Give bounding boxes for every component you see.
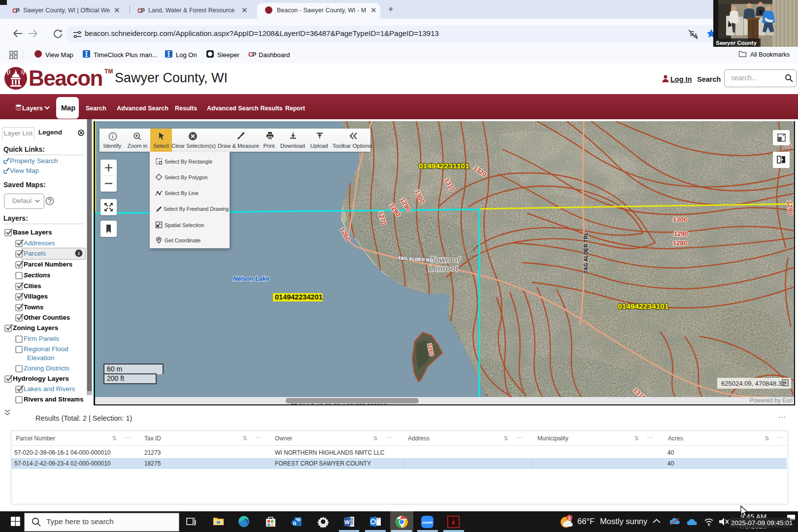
svg-text:W: W <box>344 519 350 525</box>
svg-text:1290: 1290 <box>674 230 688 237</box>
svg-text:λ: λ <box>452 518 455 526</box>
svg-text:014942234101: 014942234101 <box>618 302 669 310</box>
svg-text:1300: 1300 <box>673 216 687 223</box>
svg-text:625024.09, 470848.31: 625024.09, 470848.31 <box>721 380 785 387</box>
svg-text:o: o <box>293 520 296 527</box>
svg-text:Sawyer County: Sawyer County <box>716 40 757 46</box>
svg-text:P: P <box>141 7 145 14</box>
svg-text:P: P <box>16 7 20 14</box>
svg-text:Lenroot: Lenroot <box>429 265 458 273</box>
svg-text:TAG ALDER TRL: TAG ALDER TRL <box>583 232 589 273</box>
svg-text:014942231101: 014942231101 <box>419 162 469 170</box>
svg-text:1280: 1280 <box>673 239 687 247</box>
svg-text:1290: 1290 <box>786 200 794 215</box>
svg-text:Nelson Lake: Nelson Lake <box>233 275 269 282</box>
svg-text:1: 1 <box>568 515 571 521</box>
svg-text:zoom: zoom <box>422 520 432 525</box>
svg-text:Town of: Town of <box>430 256 461 264</box>
svg-text:P: P <box>252 51 256 58</box>
svg-text:014942234201: 014942234201 <box>275 293 323 301</box>
svg-text:Powered by Esri: Powered by Esri <box>750 397 793 404</box>
